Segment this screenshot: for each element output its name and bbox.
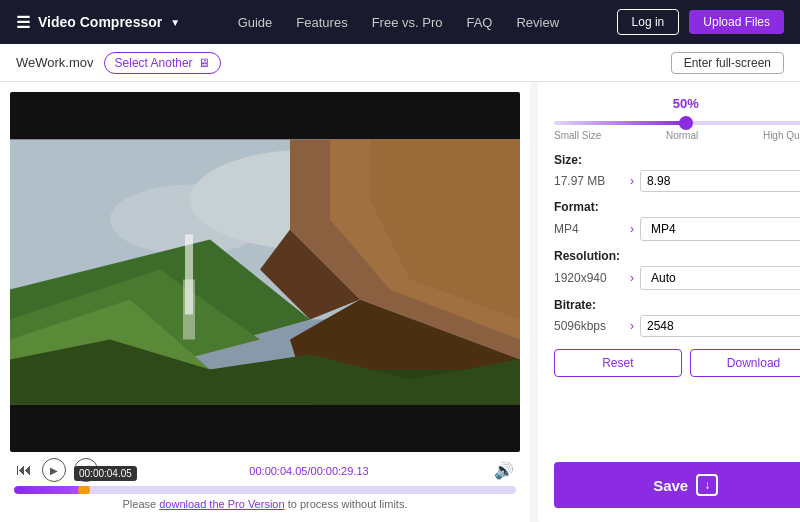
bitrate-label: Bitrate:: [554, 298, 800, 312]
format-row: Format: MP4 › MP4 AVI MOV MKV WebM: [554, 200, 800, 241]
navbar: ☰ Video Compressor ▼ Guide Features Free…: [0, 0, 800, 44]
settings-panel: 50% Small Size Normal High Quality Size:…: [538, 82, 800, 522]
quality-slider[interactable]: [554, 121, 800, 125]
rewind-button[interactable]: ⏮: [14, 459, 34, 481]
fullscreen-button[interactable]: Enter full-screen: [671, 52, 784, 74]
filename-label: WeWork.mov: [16, 55, 94, 70]
bitrate-input-row: 5096kbps › kbps: [554, 315, 800, 337]
bitrate-input[interactable]: [640, 315, 800, 337]
timeline-progress: [14, 486, 84, 494]
quality-percent: 50%: [673, 96, 699, 111]
format-input-row: MP4 › MP4 AVI MOV MKV WebM: [554, 217, 800, 241]
download-button[interactable]: Download: [690, 349, 800, 377]
brand-name: Video Compressor: [38, 14, 162, 30]
nav-links: Guide Features Free vs. Pro FAQ Review: [204, 15, 592, 30]
nav-free-vs-pro[interactable]: Free vs. Pro: [372, 15, 443, 30]
video-container: [10, 92, 520, 452]
time-display-container: 00:00:04.05/00:00:29.13: [249, 463, 368, 478]
total-time: 00:00:29.13: [311, 465, 369, 477]
bitrate-arrow-icon: ›: [630, 319, 634, 333]
quality-label-high: High Quality: [763, 130, 800, 141]
save-button[interactable]: Save ↓: [554, 462, 800, 508]
volume-button[interactable]: 🔊: [492, 459, 516, 482]
nav-faq[interactable]: FAQ: [466, 15, 492, 30]
pro-notice: Please download the Pro Version to proce…: [14, 498, 516, 510]
size-input-row: 17.97 MB › MB: [554, 170, 800, 192]
time-tooltip: 00:00:04.05: [74, 466, 137, 481]
resolution-row: Resolution: 1920x940 › Auto 1920x1080 12…: [554, 249, 800, 290]
save-section: Save ↓: [554, 462, 800, 508]
nav-review[interactable]: Review: [516, 15, 559, 30]
video-panel: ⏮ ▶ ↺ ⏭ 00:00:04.05/00:00:29.13 🔊 00:00:…: [0, 82, 530, 522]
timeline-track[interactable]: [14, 486, 516, 494]
quality-label-small: Small Size: [554, 130, 601, 141]
svg-rect-14: [183, 280, 195, 340]
nav-actions: Log in Upload Files: [617, 9, 784, 35]
quality-slider-container: [554, 113, 800, 128]
login-button[interactable]: Log in: [617, 9, 680, 35]
main-content: ⏮ ▶ ↺ ⏭ 00:00:04.05/00:00:29.13 🔊 00:00:…: [0, 82, 800, 522]
resolution-select[interactable]: Auto 1920x1080 1280x720 854x480 640x360: [640, 266, 800, 290]
size-original: 17.97 MB: [554, 174, 624, 188]
play-button[interactable]: ▶: [42, 458, 66, 482]
brand-arrow-icon: ▼: [170, 17, 180, 28]
bitrate-row: Bitrate: 5096kbps › kbps: [554, 298, 800, 337]
format-arrow-icon: ›: [630, 222, 634, 236]
hamburger-icon: ☰: [16, 13, 30, 32]
size-arrow-icon: ›: [630, 174, 634, 188]
quality-section: 50% Small Size Normal High Quality: [554, 96, 800, 141]
format-label: Format:: [554, 200, 800, 214]
subheader-left: WeWork.mov Select Another 🖥: [16, 52, 221, 74]
pro-version-link[interactable]: download the Pro Version: [159, 498, 284, 510]
format-original: MP4: [554, 222, 624, 236]
timeline-container: 00:00:04.05: [14, 486, 516, 494]
nav-guide[interactable]: Guide: [238, 15, 273, 30]
resolution-input-row: 1920x940 › Auto 1920x1080 1280x720 854x4…: [554, 266, 800, 290]
size-label: Size:: [554, 153, 800, 167]
upload-button[interactable]: Upload Files: [689, 10, 784, 34]
size-input[interactable]: [640, 170, 800, 192]
bitrate-original: 5096kbps: [554, 319, 624, 333]
resolution-label: Resolution:: [554, 249, 800, 263]
quality-label-normal: Normal: [666, 130, 698, 141]
select-another-button[interactable]: Select Another 🖥: [104, 52, 221, 74]
quality-labels: Small Size Normal High Quality: [554, 130, 800, 141]
current-time: 00:00:04.05: [249, 465, 307, 477]
resolution-original: 1920x940: [554, 271, 624, 285]
video-scene: [10, 92, 520, 452]
nav-features[interactable]: Features: [296, 15, 347, 30]
resolution-arrow-icon: ›: [630, 271, 634, 285]
brand: ☰ Video Compressor ▼: [16, 13, 180, 32]
save-icon: ↓: [696, 474, 718, 496]
timeline-thumb: [78, 486, 90, 494]
format-select[interactable]: MP4 AVI MOV MKV WebM: [640, 217, 800, 241]
volume-icon: 🔊: [494, 461, 514, 480]
save-label: Save: [653, 477, 688, 494]
size-row: Size: 17.97 MB › MB: [554, 153, 800, 192]
subheader: WeWork.mov Select Another 🖥 Enter full-s…: [0, 44, 800, 82]
video-controls: ⏮ ▶ ↺ ⏭ 00:00:04.05/00:00:29.13 🔊 00:00:…: [10, 452, 520, 512]
reset-button[interactable]: Reset: [554, 349, 682, 377]
action-buttons: Reset Download: [554, 349, 800, 377]
monitor-icon: 🖥: [198, 56, 210, 70]
